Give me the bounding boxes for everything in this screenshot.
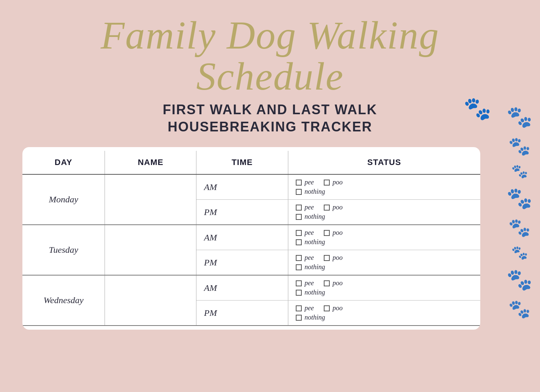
wednesday-am-poo-label: poo	[333, 279, 343, 287]
paw-icon-6: 🐾	[511, 245, 528, 261]
paw-decorations: 🐾 🐾 🐾 🐾 🐾 🐾 🐾 🐾	[506, 105, 533, 320]
wednesday-am-status-line1: pee poo	[296, 279, 473, 287]
header-time: TIME	[196, 151, 288, 174]
monday-pm-time: PM	[196, 200, 288, 225]
paw-icon-8: 🐾	[508, 299, 531, 320]
wednesday-pm-time: PM	[196, 301, 288, 326]
tuesday-pm-nothing-checkbox[interactable]	[296, 264, 302, 270]
monday-pm-nothing-label: nothing	[305, 213, 325, 221]
wednesday-am-pee-label: pee	[305, 279, 314, 287]
wednesday-pm-status-line1: pee poo	[296, 304, 473, 312]
monday-am-poo-checkbox[interactable]	[324, 180, 330, 186]
tuesday-pm-status-line1: pee poo	[296, 254, 473, 262]
wednesday-am-poo-checkbox[interactable]	[324, 280, 330, 286]
tuesday-am-nothing-label: nothing	[305, 238, 325, 246]
tuesday-am-poo-checkbox[interactable]	[324, 230, 330, 236]
monday-pm-pee-label: pee	[305, 203, 314, 211]
subtitle: FIRST WALK AND LAST WALK HOUSEBREAKING T…	[22, 101, 518, 136]
wednesday-pm-poo-label: poo	[333, 304, 343, 312]
header-paw-icon: 🐾	[463, 95, 491, 122]
monday-am-time: AM	[196, 174, 288, 200]
tuesday-am-status-line2: nothing	[296, 238, 473, 246]
paw-icon-7: 🐾	[506, 267, 533, 292]
wednesday-pm-pee-label: pee	[305, 304, 314, 312]
paw-icon-2: 🐾	[508, 136, 531, 157]
wednesday-pm-status: pee poo nothing	[288, 301, 480, 326]
tuesday-am-status-line1: pee poo	[296, 229, 473, 237]
paw-icon-1: 🐾	[506, 105, 533, 129]
page-container: Family Dog Walking Schedule FIRST WALK A…	[0, 0, 540, 392]
tuesday-name-cell	[105, 225, 196, 275]
tuesday-am-pee-checkbox[interactable]	[296, 230, 302, 236]
tuesday-pm-status-line2: nothing	[296, 263, 473, 271]
wednesday-am-pee-checkbox[interactable]	[296, 280, 302, 286]
wednesday-pm-poo-checkbox[interactable]	[324, 305, 330, 311]
wednesday-am-row: Wednesday AM pee poo	[22, 275, 480, 301]
wednesday-day-cell: Wednesday	[22, 275, 105, 326]
header-day: DAY	[22, 151, 105, 174]
monday-day-cell: Monday	[22, 174, 105, 225]
paw-icon-4: 🐾	[506, 186, 533, 211]
monday-pm-nothing-checkbox[interactable]	[296, 214, 302, 220]
monday-pm-status: pee poo nothing	[288, 200, 480, 225]
schedule-table: DAY NAME TIME STATUS Monday AM	[22, 151, 480, 326]
tuesday-am-status: pee poo nothing	[288, 225, 480, 250]
main-title: Family Dog Walking Schedule	[22, 15, 518, 97]
monday-am-nothing-label: nothing	[305, 188, 325, 196]
wednesday-am-status-line2: nothing	[296, 289, 473, 296]
monday-pm-poo-checkbox[interactable]	[324, 205, 330, 211]
monday-am-nothing-checkbox[interactable]	[296, 189, 302, 195]
tuesday-pm-pee-checkbox[interactable]	[296, 255, 302, 261]
monday-pm-status-line2: nothing	[296, 213, 473, 221]
tuesday-day-cell: Tuesday	[22, 225, 105, 275]
monday-am-pee-label: pee	[305, 178, 314, 186]
tuesday-am-poo-label: poo	[333, 229, 343, 237]
tuesday-pm-status: pee poo nothing	[288, 250, 480, 276]
table-container: DAY NAME TIME STATUS Monday AM	[22, 147, 480, 330]
tuesday-am-status-wrapper: pee poo nothing	[296, 229, 473, 246]
monday-pm-pee-checkbox[interactable]	[296, 205, 302, 211]
subtitle-line1: FIRST WALK AND LAST WALK	[22, 101, 518, 119]
header-name: NAME	[105, 151, 196, 174]
subtitle-line2: HOUSEBREAKING TRACKER	[22, 118, 518, 136]
monday-pm-status-wrapper: pee poo nothing	[296, 203, 473, 221]
header-status: STATUS	[288, 151, 480, 174]
tuesday-am-row: Tuesday AM pee poo	[22, 225, 480, 250]
paw-icon-5: 🐾	[508, 217, 531, 238]
wednesday-pm-nothing-checkbox[interactable]	[296, 315, 302, 321]
tuesday-pm-poo-label: poo	[333, 254, 343, 262]
wednesday-am-nothing-checkbox[interactable]	[296, 290, 302, 296]
monday-am-pee-checkbox[interactable]	[296, 180, 302, 186]
monday-pm-status-line1: pee poo	[296, 203, 473, 211]
monday-pm-poo-label: poo	[333, 203, 343, 211]
monday-am-poo-label: poo	[333, 178, 343, 186]
tuesday-am-time: AM	[196, 225, 288, 250]
wednesday-am-nothing-label: nothing	[305, 289, 325, 296]
tuesday-pm-status-wrapper: pee poo nothing	[296, 254, 473, 271]
monday-am-status-line1: pee poo	[296, 178, 473, 186]
wednesday-name-cell	[105, 275, 196, 326]
paw-icon-3: 🐾	[511, 164, 528, 179]
wednesday-am-status: pee poo nothing	[288, 275, 480, 301]
wednesday-pm-nothing-label: nothing	[305, 314, 325, 321]
tuesday-am-pee-label: pee	[305, 229, 314, 237]
monday-am-status-wrapper: pee poo nothing	[296, 178, 473, 196]
monday-am-row: Monday AM pee poo	[22, 174, 480, 200]
wednesday-am-status-wrapper: pee poo nothing	[296, 279, 473, 296]
monday-name-cell	[105, 174, 196, 225]
tuesday-am-nothing-checkbox[interactable]	[296, 239, 302, 245]
monday-am-status: pee poo nothing	[288, 174, 480, 200]
monday-am-status-line2: nothing	[296, 188, 473, 196]
wednesday-am-time: AM	[196, 275, 288, 301]
wednesday-pm-status-line2: nothing	[296, 314, 473, 321]
tuesday-pm-nothing-label: nothing	[305, 263, 325, 271]
wednesday-pm-status-wrapper: pee poo nothing	[296, 304, 473, 321]
tuesday-pm-time: PM	[196, 250, 288, 276]
tuesday-pm-pee-label: pee	[305, 254, 314, 262]
table-header-row: DAY NAME TIME STATUS	[22, 151, 480, 174]
wednesday-pm-pee-checkbox[interactable]	[296, 305, 302, 311]
tuesday-pm-poo-checkbox[interactable]	[324, 255, 330, 261]
